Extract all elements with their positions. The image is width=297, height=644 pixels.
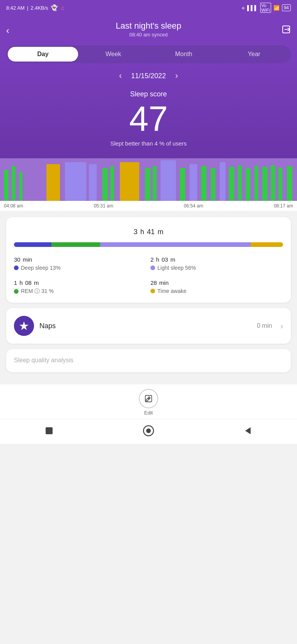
edit-button[interactable] — [139, 389, 158, 408]
status-time: 8:42 AM — [6, 5, 25, 11]
svg-rect-4 — [19, 172, 22, 201]
nav-home-button[interactable] — [142, 425, 155, 437]
ghost-icon: 👻 — [51, 4, 58, 11]
sleep-timeline-chart — [0, 158, 297, 201]
header-title: Last night's sleep — [23, 21, 274, 31]
quality-analysis-card[interactable]: Sleep quality analysis — [6, 349, 291, 372]
stat-awake-label: Time awake — [150, 288, 283, 294]
vowifi-icon: VoWiFi — [260, 3, 271, 13]
quality-label: Sleep quality analysis — [14, 357, 283, 364]
naps-arrow-icon: › — [280, 322, 283, 331]
bar-awake — [251, 242, 283, 247]
svg-point-30 — [146, 428, 151, 433]
svg-rect-5 — [46, 164, 60, 201]
prev-date-button[interactable]: ‹ — [119, 71, 122, 81]
tab-day[interactable]: Day — [8, 47, 78, 62]
stat-light-value: 2 h 03 m — [150, 254, 283, 264]
stat-rem-label: REM ⓘ 31 % — [14, 288, 147, 295]
duration-card: 3 h 41 m 30 min Deep sleep 13% — [6, 217, 291, 303]
svg-rect-2 — [4, 170, 9, 201]
dot-awake — [150, 289, 155, 293]
dot-deep — [14, 265, 19, 270]
status-left: 8:42 AM | 2.4KB/s 👻 ♫ — [6, 4, 65, 11]
nav-square-button[interactable] — [44, 426, 54, 436]
sleep-score-section: Sleep score 47 Slept better than 4 % of … — [6, 90, 291, 158]
timeline-label-1: 04:08 am — [4, 203, 23, 209]
svg-rect-22 — [254, 166, 258, 201]
next-date-button[interactable]: › — [175, 71, 178, 81]
cards-section: 3 h 41 m 30 min Deep sleep 13% — [0, 211, 297, 384]
back-button[interactable]: ‹ — [6, 25, 9, 36]
music-icon: ♫ — [60, 5, 65, 11]
sleep-score-label: Sleep score — [6, 90, 291, 98]
svg-rect-6 — [65, 162, 86, 201]
signal-icon: ▌▌▌ — [247, 5, 258, 11]
svg-rect-10 — [120, 162, 139, 201]
timeline-label-4: 08:17 am — [274, 203, 293, 209]
svg-rect-18 — [220, 162, 225, 201]
export-button[interactable] — [282, 25, 291, 36]
stat-deep-sleep: 30 min Deep sleep 13% — [14, 254, 147, 271]
bar-deep-sleep — [14, 242, 51, 247]
square-icon — [44, 426, 54, 436]
svg-rect-24 — [271, 165, 275, 201]
svg-rect-14 — [180, 168, 185, 201]
stat-rem-value: 1 h 08 m — [14, 277, 147, 287]
timeline-labels: 04:08 am 05:31 am 06:54 am 08:17 am — [0, 201, 297, 211]
back-triangle-icon — [243, 426, 253, 436]
bluetooth-icon: ⎆ — [242, 5, 245, 11]
svg-rect-11 — [145, 168, 150, 201]
naps-card[interactable]: Naps 0 min › — [6, 308, 291, 344]
stat-deep-label: Deep sleep 13% — [14, 265, 147, 271]
dot-rem — [14, 289, 19, 294]
svg-marker-31 — [245, 427, 251, 434]
sleep-score-value: 47 — [6, 101, 291, 136]
edit-icon — [144, 394, 153, 403]
svg-rect-7 — [89, 164, 97, 201]
duration-value: 3 h 41 m — [14, 225, 283, 237]
sleep-score-description: Slept better than 4 % of users — [6, 140, 291, 147]
timeline-svg — [0, 158, 297, 201]
svg-rect-19 — [229, 167, 234, 201]
naps-label: Naps — [39, 322, 251, 330]
stat-awake-value: 28 min — [150, 277, 283, 287]
svg-rect-20 — [238, 165, 242, 201]
duration-hours-unit: h — [140, 228, 144, 236]
duration-hours: 3 — [134, 228, 138, 236]
stat-rem-sleep: 1 h 08 m REM ⓘ 31 % — [14, 277, 147, 295]
duration-minutes: 41 — [147, 228, 155, 236]
tab-year[interactable]: Year — [219, 47, 289, 62]
current-date: 11/15/2022 — [131, 72, 166, 80]
navigation-bar — [0, 419, 297, 444]
svg-rect-25 — [278, 168, 282, 201]
sleep-stats-grid: 30 min Deep sleep 13% 2 h 03 m Li — [14, 254, 283, 295]
bar-light-sleep — [100, 242, 251, 247]
edit-bar: Edit — [0, 384, 297, 419]
purple-section: Day Week Month Year ‹ 11/15/2022 › Sleep… — [0, 45, 297, 158]
tab-week[interactable]: Week — [78, 47, 148, 62]
svg-rect-15 — [189, 164, 197, 201]
svg-rect-17 — [211, 168, 215, 201]
dot-light — [150, 265, 155, 270]
status-bar: 8:42 AM | 2.4KB/s 👻 ♫ ⎆ ▌▌▌ VoWiFi 📶 94 — [0, 0, 297, 15]
svg-rect-3 — [12, 166, 15, 201]
naps-value: 0 min — [257, 322, 272, 329]
stat-deep-value: 30 min — [14, 254, 147, 264]
date-navigation: ‹ 11/15/2022 › — [6, 71, 291, 81]
svg-rect-28 — [46, 427, 53, 434]
stat-awake: 28 min Time awake — [150, 277, 283, 295]
wifi-icon: 📶 — [273, 5, 280, 11]
battery-icon: 94 — [282, 4, 291, 11]
tab-month[interactable]: Month — [148, 47, 219, 62]
duration-minutes-unit: m — [157, 228, 163, 236]
tab-bar: Day Week Month Year — [6, 45, 291, 63]
nav-back-button[interactable] — [243, 426, 253, 436]
header-subtitle: 08:40 am synced — [23, 32, 274, 38]
naps-icon — [14, 316, 34, 336]
stat-light-sleep: 2 h 03 m Light sleep 56% — [150, 254, 283, 271]
status-right: ⎆ ▌▌▌ VoWiFi 📶 94 — [242, 3, 291, 13]
svg-rect-23 — [262, 167, 268, 201]
svg-rect-8 — [102, 168, 108, 201]
edit-label: Edit — [144, 410, 153, 416]
timeline-label-2: 05:31 am — [94, 203, 113, 209]
